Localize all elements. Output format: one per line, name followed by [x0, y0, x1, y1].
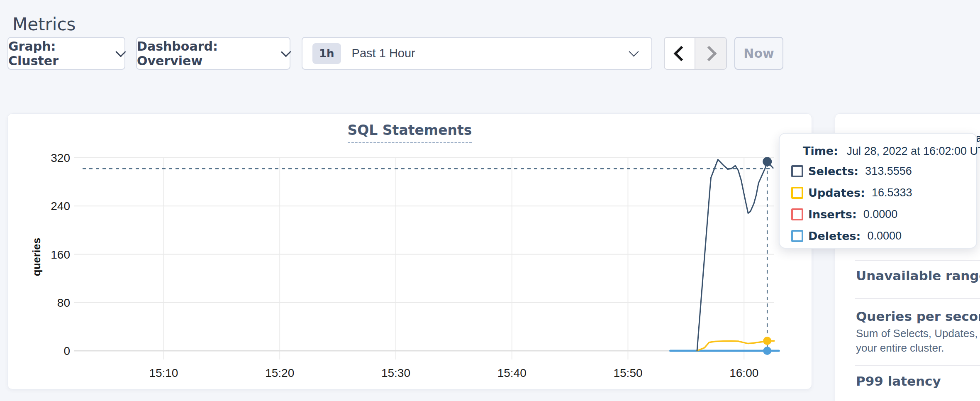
sql-statements-chart-card: SQL Statements 15:1015:2015:3015:4015:50… [7, 113, 812, 389]
divider [855, 298, 980, 299]
sidebar-heading-queries-per-second: Queries per second [856, 309, 980, 324]
tooltip-time-value: Jul 28, 2022 at 16:02:00 UTC [846, 145, 980, 157]
svg-text:15:20: 15:20 [265, 367, 294, 379]
svg-text:320: 320 [51, 152, 70, 164]
time-step-button-group [664, 37, 727, 70]
selects-series-swatch-icon [791, 165, 803, 177]
time-range-badge: 1h [312, 43, 341, 64]
tooltip-time-label: Time: [803, 144, 838, 157]
divider [855, 365, 980, 366]
sidebar-desc-line: your entire cluster. [856, 342, 944, 355]
svg-text:15:30: 15:30 [381, 367, 410, 379]
graph-scope-label: Graph: Cluster [8, 39, 109, 68]
now-button[interactable]: Now [734, 37, 783, 70]
svg-text:240: 240 [51, 200, 70, 213]
updates-series-swatch-icon [791, 187, 803, 199]
svg-text:15:10: 15:10 [149, 367, 178, 379]
next-time-button-disabled[interactable] [695, 38, 726, 69]
time-range-select[interactable]: 1h Past 1 Hour [302, 37, 652, 70]
inserts-series-swatch-icon [791, 208, 803, 220]
dashboard-dropdown[interactable]: Dashboard: Overview [136, 37, 290, 70]
dashboard-label: Dashboard: Overview [137, 39, 274, 68]
deletes-series-swatch-icon [791, 230, 803, 242]
sidebar-heading-p99-latency: P99 latency [856, 374, 941, 389]
sidebar-desc-line: Sum of Selects, Updates, Inserts [856, 327, 980, 340]
prev-time-button[interactable] [665, 38, 695, 69]
sidebar-heading-unavailable-ranges: Unavailable ranges [856, 268, 980, 283]
tooltip-row-updates: Updates: 16.5333 [791, 186, 965, 199]
page-title: Metrics [12, 14, 76, 34]
svg-text:160: 160 [51, 248, 70, 261]
tooltip-row-inserts: Inserts: 0.0000 [791, 208, 965, 221]
chevron-right-icon [702, 46, 717, 61]
svg-text:queries: queries [30, 238, 43, 276]
tooltip-time-row: Time: Jul 28, 2022 at 16:02:00 UTC [803, 144, 965, 158]
tooltip-row-deletes: Deletes: 0.0000 [791, 230, 965, 242]
svg-text:80: 80 [57, 296, 70, 309]
divider [855, 260, 980, 261]
svg-text:16:00: 16:00 [729, 367, 758, 379]
chart-tooltip: Time: Jul 28, 2022 at 16:02:00 UTC Selec… [779, 133, 977, 249]
sql-statements-chart[interactable]: 15:1015:2015:3015:4015:5016:000801602403… [8, 114, 812, 389]
chevron-left-icon [674, 46, 689, 61]
svg-text:15:40: 15:40 [497, 367, 527, 379]
graph-scope-dropdown[interactable]: Graph: Cluster [7, 37, 125, 70]
time-range-label: Past 1 Hour [352, 46, 630, 60]
svg-text:15:50: 15:50 [613, 367, 642, 379]
chevron-down-icon [629, 46, 639, 56]
svg-text:0: 0 [63, 345, 70, 357]
chevron-down-icon [281, 46, 291, 57]
tooltip-row-selects: Selects: 313.5556 [791, 165, 965, 178]
chevron-down-icon [115, 46, 126, 57]
